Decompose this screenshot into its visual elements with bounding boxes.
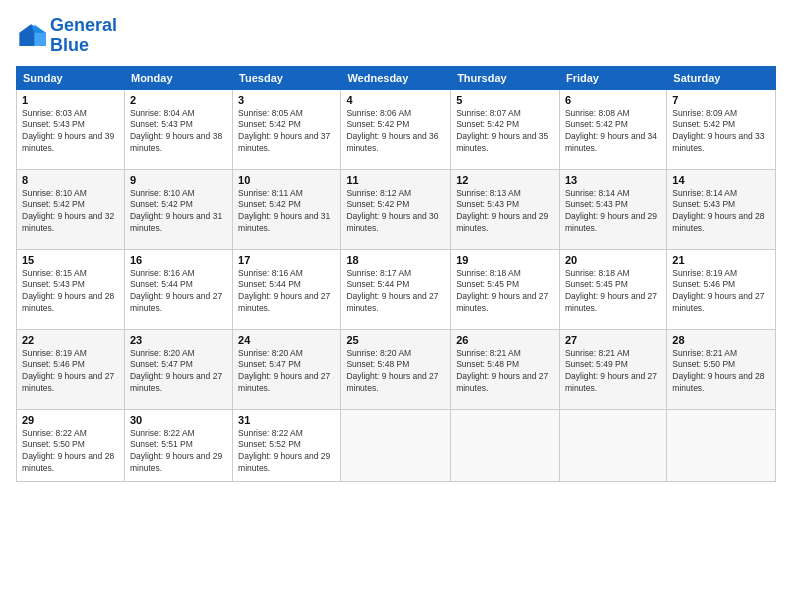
calendar-cell: 1 Sunrise: 8:03 AM Sunset: 5:43 PM Dayli… bbox=[17, 89, 125, 169]
logo-icon bbox=[16, 21, 46, 51]
sunrise-value: 8:09 AM bbox=[706, 108, 737, 118]
logo-text: General Blue bbox=[50, 16, 117, 56]
day-info: Sunrise: 8:20 AM Sunset: 5:47 PM Dayligh… bbox=[130, 348, 227, 396]
day-info: Sunrise: 8:06 AM Sunset: 5:42 PM Dayligh… bbox=[346, 108, 445, 156]
sunrise-label: Sunrise: bbox=[238, 348, 272, 358]
day-number: 10 bbox=[238, 174, 335, 186]
sunset-value: 5:43 PM bbox=[596, 199, 628, 209]
sunrise-value: 8:18 AM bbox=[598, 268, 629, 278]
day-info: Sunrise: 8:11 AM Sunset: 5:42 PM Dayligh… bbox=[238, 188, 335, 236]
calendar-week-row: 29 Sunrise: 8:22 AM Sunset: 5:50 PM Dayl… bbox=[17, 409, 776, 481]
sunset-value: 5:42 PM bbox=[269, 199, 301, 209]
day-info: Sunrise: 8:16 AM Sunset: 5:44 PM Dayligh… bbox=[130, 268, 227, 316]
sunset-value: 5:51 PM bbox=[161, 439, 193, 449]
calendar-cell: 25 Sunrise: 8:20 AM Sunset: 5:48 PM Dayl… bbox=[341, 329, 451, 409]
sunset-label: Sunset: bbox=[565, 199, 596, 209]
calendar-cell: 7 Sunrise: 8:09 AM Sunset: 5:42 PM Dayli… bbox=[667, 89, 776, 169]
day-number: 6 bbox=[565, 94, 661, 106]
daylight-label: Daylight: 9 hours and 28 minutes. bbox=[22, 291, 114, 313]
calendar-cell bbox=[667, 409, 776, 481]
calendar-cell: 23 Sunrise: 8:20 AM Sunset: 5:47 PM Dayl… bbox=[124, 329, 232, 409]
sunset-label: Sunset: bbox=[456, 279, 487, 289]
sunset-label: Sunset: bbox=[238, 439, 269, 449]
calendar-cell: 31 Sunrise: 8:22 AM Sunset: 5:52 PM Dayl… bbox=[233, 409, 341, 481]
sunrise-value: 8:20 AM bbox=[272, 348, 303, 358]
sunrise-label: Sunrise: bbox=[672, 268, 706, 278]
day-info: Sunrise: 8:19 AM Sunset: 5:46 PM Dayligh… bbox=[672, 268, 770, 316]
logo: General Blue bbox=[16, 16, 117, 56]
calendar-cell: 24 Sunrise: 8:20 AM Sunset: 5:47 PM Dayl… bbox=[233, 329, 341, 409]
sunset-label: Sunset: bbox=[346, 119, 377, 129]
sunrise-label: Sunrise: bbox=[346, 348, 380, 358]
sunrise-label: Sunrise: bbox=[565, 188, 599, 198]
page: General Blue Sunday Monday Tuesday Wedne… bbox=[0, 0, 792, 612]
sunrise-value: 8:17 AM bbox=[380, 268, 411, 278]
sunrise-value: 8:22 AM bbox=[164, 428, 195, 438]
sunset-label: Sunset: bbox=[565, 279, 596, 289]
calendar-cell: 6 Sunrise: 8:08 AM Sunset: 5:42 PM Dayli… bbox=[559, 89, 666, 169]
sunset-value: 5:43 PM bbox=[704, 199, 736, 209]
sunrise-label: Sunrise: bbox=[22, 348, 56, 358]
calendar-cell: 29 Sunrise: 8:22 AM Sunset: 5:50 PM Dayl… bbox=[17, 409, 125, 481]
day-info: Sunrise: 8:08 AM Sunset: 5:42 PM Dayligh… bbox=[565, 108, 661, 156]
calendar-cell: 8 Sunrise: 8:10 AM Sunset: 5:42 PM Dayli… bbox=[17, 169, 125, 249]
day-number: 5 bbox=[456, 94, 554, 106]
sunrise-value: 8:10 AM bbox=[56, 188, 87, 198]
sunrise-label: Sunrise: bbox=[672, 348, 706, 358]
day-number: 16 bbox=[130, 254, 227, 266]
day-info: Sunrise: 8:12 AM Sunset: 5:42 PM Dayligh… bbox=[346, 188, 445, 236]
sunset-label: Sunset: bbox=[565, 119, 596, 129]
day-info: Sunrise: 8:07 AM Sunset: 5:42 PM Dayligh… bbox=[456, 108, 554, 156]
sunset-value: 5:49 PM bbox=[596, 359, 628, 369]
sunrise-value: 8:22 AM bbox=[56, 428, 87, 438]
sunset-label: Sunset: bbox=[672, 199, 703, 209]
daylight-label: Daylight: 9 hours and 29 minutes. bbox=[238, 451, 330, 473]
sunrise-label: Sunrise: bbox=[565, 108, 599, 118]
sunrise-value: 8:06 AM bbox=[380, 108, 411, 118]
day-info: Sunrise: 8:10 AM Sunset: 5:42 PM Dayligh… bbox=[22, 188, 119, 236]
sunrise-label: Sunrise: bbox=[238, 108, 272, 118]
daylight-label: Daylight: 9 hours and 27 minutes. bbox=[130, 371, 222, 393]
day-info: Sunrise: 8:05 AM Sunset: 5:42 PM Dayligh… bbox=[238, 108, 335, 156]
calendar-week-row: 22 Sunrise: 8:19 AM Sunset: 5:46 PM Dayl… bbox=[17, 329, 776, 409]
header: General Blue bbox=[16, 16, 776, 56]
calendar-cell: 20 Sunrise: 8:18 AM Sunset: 5:45 PM Dayl… bbox=[559, 249, 666, 329]
day-number: 23 bbox=[130, 334, 227, 346]
day-info: Sunrise: 8:21 AM Sunset: 5:48 PM Dayligh… bbox=[456, 348, 554, 396]
daylight-label: Daylight: 9 hours and 35 minutes. bbox=[456, 131, 548, 153]
day-number: 19 bbox=[456, 254, 554, 266]
sunrise-label: Sunrise: bbox=[22, 188, 56, 198]
calendar-cell: 5 Sunrise: 8:07 AM Sunset: 5:42 PM Dayli… bbox=[451, 89, 560, 169]
day-info: Sunrise: 8:03 AM Sunset: 5:43 PM Dayligh… bbox=[22, 108, 119, 156]
day-number: 2 bbox=[130, 94, 227, 106]
sunrise-label: Sunrise: bbox=[22, 428, 56, 438]
calendar-header-row: Sunday Monday Tuesday Wednesday Thursday… bbox=[17, 66, 776, 89]
day-info: Sunrise: 8:19 AM Sunset: 5:46 PM Dayligh… bbox=[22, 348, 119, 396]
daylight-label: Daylight: 9 hours and 27 minutes. bbox=[456, 371, 548, 393]
sunrise-value: 8:13 AM bbox=[490, 188, 521, 198]
calendar-cell bbox=[341, 409, 451, 481]
sunrise-label: Sunrise: bbox=[346, 108, 380, 118]
sunrise-label: Sunrise: bbox=[346, 268, 380, 278]
daylight-label: Daylight: 9 hours and 37 minutes. bbox=[238, 131, 330, 153]
sunset-label: Sunset: bbox=[22, 279, 53, 289]
calendar-cell: 22 Sunrise: 8:19 AM Sunset: 5:46 PM Dayl… bbox=[17, 329, 125, 409]
daylight-label: Daylight: 9 hours and 27 minutes. bbox=[130, 291, 222, 313]
day-info: Sunrise: 8:14 AM Sunset: 5:43 PM Dayligh… bbox=[672, 188, 770, 236]
daylight-label: Daylight: 9 hours and 34 minutes. bbox=[565, 131, 657, 153]
calendar-cell: 17 Sunrise: 8:16 AM Sunset: 5:44 PM Dayl… bbox=[233, 249, 341, 329]
sunrise-value: 8:19 AM bbox=[706, 268, 737, 278]
sunrise-label: Sunrise: bbox=[22, 268, 56, 278]
day-info: Sunrise: 8:04 AM Sunset: 5:43 PM Dayligh… bbox=[130, 108, 227, 156]
day-number: 12 bbox=[456, 174, 554, 186]
sunset-value: 5:47 PM bbox=[161, 359, 193, 369]
sunrise-label: Sunrise: bbox=[130, 188, 164, 198]
daylight-label: Daylight: 9 hours and 29 minutes. bbox=[565, 211, 657, 233]
sunset-label: Sunset: bbox=[565, 359, 596, 369]
sunrise-value: 8:20 AM bbox=[164, 348, 195, 358]
daylight-label: Daylight: 9 hours and 27 minutes. bbox=[346, 291, 438, 313]
day-info: Sunrise: 8:10 AM Sunset: 5:42 PM Dayligh… bbox=[130, 188, 227, 236]
calendar-table: Sunday Monday Tuesday Wednesday Thursday… bbox=[16, 66, 776, 482]
day-number: 1 bbox=[22, 94, 119, 106]
daylight-label: Daylight: 9 hours and 31 minutes. bbox=[130, 211, 222, 233]
